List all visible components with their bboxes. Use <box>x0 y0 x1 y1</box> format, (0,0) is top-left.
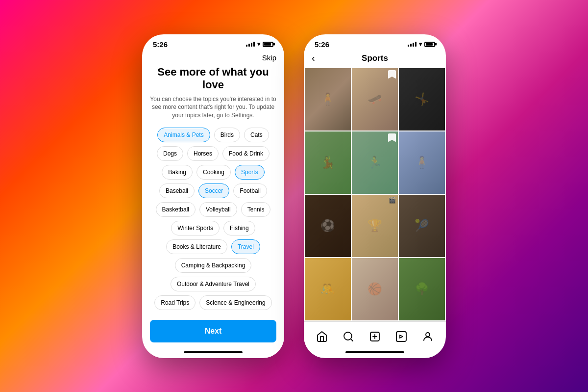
tag-baking[interactable]: Baking <box>162 165 193 180</box>
tag-travel[interactable]: Travel <box>231 239 260 254</box>
search-nav-icon[interactable] <box>340 328 357 345</box>
tag-volleyball[interactable]: Volleyball <box>199 202 237 217</box>
topics-title: See more of what you love <box>150 66 276 91</box>
phone-1: 5:26 ▾ Skip See more of what you love Yo… <box>142 34 284 358</box>
grid-cell-11[interactable]: 🏀 <box>352 258 398 320</box>
grid-cell-10[interactable]: 🤼 <box>305 258 351 320</box>
tag-road-trips[interactable]: Road Trips <box>154 295 196 310</box>
phone-2: 5:26 ▾ ‹ Sports 🧍 🛹 🤸 <box>304 34 446 358</box>
tag-camping[interactable]: Camping & Backpacking <box>175 258 252 273</box>
topics-body: Skip See more of what you love You can c… <box>142 52 284 312</box>
reels-nav-icon[interactable] <box>392 328 410 345</box>
svg-line-1 <box>351 339 353 340</box>
tags-container: Animals & Pets Birds Cats Dogs Horses Fo… <box>150 128 276 312</box>
skip-button[interactable]: Skip <box>150 52 276 66</box>
grid-cell-7[interactable]: ⚽ <box>305 195 351 257</box>
phone1-content: Skip See more of what you love You can c… <box>142 52 284 358</box>
phone2-header: ‹ Sports <box>304 52 446 68</box>
status-time-1: 5:26 <box>153 40 168 49</box>
profile-nav-icon[interactable] <box>419 328 437 345</box>
status-bar-2: 5:26 ▾ <box>304 34 446 52</box>
tag-cats[interactable]: Cats <box>244 128 269 142</box>
grid-cell-9[interactable]: 🎾 <box>399 195 445 257</box>
grid-cell-1[interactable]: 🧍 <box>305 68 351 131</box>
status-time-2: 5:26 <box>315 40 329 49</box>
home-indicator-2 <box>345 351 404 353</box>
grid-cell-12[interactable]: 🌳 <box>399 258 445 320</box>
tag-basketball[interactable]: Basketball <box>156 202 196 217</box>
tag-fishing[interactable]: Fishing <box>223 221 255 235</box>
page-title: Sports <box>362 53 388 63</box>
tag-dogs[interactable]: Dogs <box>157 146 183 161</box>
back-button[interactable]: ‹ <box>312 52 315 64</box>
svg-point-6 <box>426 333 430 337</box>
tag-cooking[interactable]: Cooking <box>196 165 231 180</box>
tag-tennis[interactable]: Tennis <box>241 202 271 217</box>
tag-winter-sports[interactable]: Winter Sports <box>171 221 220 235</box>
home-indicator <box>184 351 243 353</box>
tag-baseball[interactable]: Baseball <box>159 183 195 198</box>
grid-cell-8[interactable]: 🎬 🏆 <box>352 195 398 257</box>
tag-outdoor-adventure[interactable]: Outdoor & Adventure Travel <box>171 277 256 291</box>
tag-football[interactable]: Football <box>233 183 267 198</box>
bottom-nav <box>304 321 446 348</box>
grid-cell-6[interactable]: 🧍 <box>399 131 445 194</box>
topics-subtitle: You can choose the topics you're interes… <box>150 95 276 120</box>
tag-books-literature[interactable]: Books & Literature <box>166 239 227 254</box>
tag-science-engineering[interactable]: Science & Engineering <box>199 295 271 310</box>
grid-cell-4[interactable]: 💃 <box>305 131 351 194</box>
tag-sports[interactable]: Sports <box>235 165 265 180</box>
battery-icon <box>263 42 273 47</box>
signal-icon-2 <box>408 42 416 47</box>
status-bar-1: 5:26 ▾ <box>142 34 284 52</box>
wifi-icon-2: ▾ <box>419 41 422 48</box>
battery-icon-2 <box>424 42 435 47</box>
tag-animals-pets[interactable]: Animals & Pets <box>157 128 210 142</box>
tag-horses[interactable]: Horses <box>187 146 219 161</box>
signal-icon <box>246 42 255 47</box>
add-nav-icon[interactable] <box>366 328 384 345</box>
status-icons-2: ▾ <box>408 41 435 48</box>
wifi-icon: ▾ <box>257 41 260 48</box>
grid-cell-2[interactable]: 🛹 <box>352 68 398 131</box>
svg-rect-5 <box>396 332 406 341</box>
next-button[interactable]: Next <box>150 320 276 342</box>
home-nav-icon[interactable] <box>313 328 331 345</box>
grid-cell-5[interactable]: 🏃 <box>352 131 398 194</box>
grid-cell-3[interactable]: 🤸 <box>399 68 445 131</box>
status-icons-1: ▾ <box>246 41 273 48</box>
tag-birds[interactable]: Birds <box>214 128 240 142</box>
sports-grid: 🧍 🛹 🤸 💃 🏃 🧍 ⚽ 🎬 🏆 🎾 <box>304 68 446 321</box>
tag-soccer[interactable]: Soccer <box>198 183 229 198</box>
tag-food-drink[interactable]: Food & Drink <box>222 146 270 161</box>
